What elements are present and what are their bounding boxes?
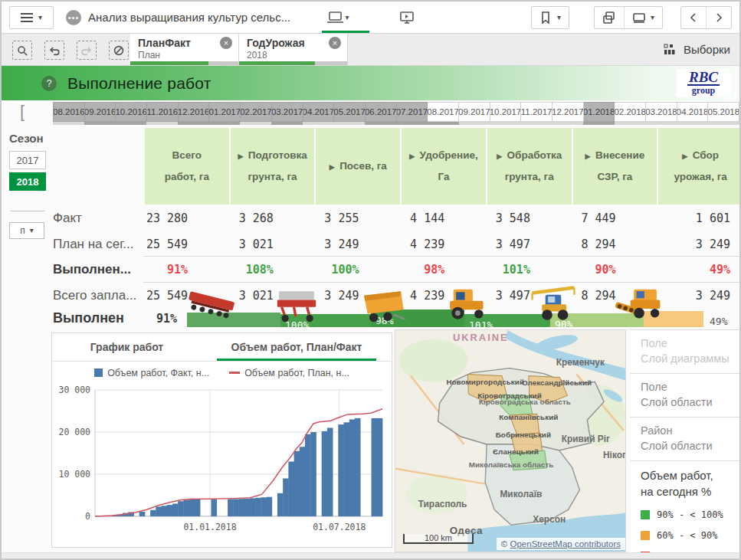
season-option-2018[interactable]: 2018 — [9, 172, 46, 191]
help-icon[interactable]: ? — [41, 76, 57, 91]
column-header[interactable]: ▶ Удобрение, Га — [400, 128, 486, 205]
column-header[interactable]: Всего работ, га — [143, 128, 229, 205]
month-filter-item[interactable]: 01.2018 — [584, 102, 615, 122]
svg-text:0: 0 — [85, 511, 90, 522]
table-cell: 108% — [229, 263, 315, 277]
cell-value: 3 021 — [239, 237, 274, 251]
row-label: Факт — [51, 211, 143, 226]
completion-bar-segment — [187, 313, 280, 327]
layer-name: Слой области — [641, 395, 739, 411]
bookmarks-button[interactable]: ▾ — [532, 7, 569, 28]
month-filter-item[interactable]: 12.2017 — [552, 102, 584, 122]
prev-sheet-button[interactable] — [681, 7, 706, 28]
selection-chip[interactable]: ПланФакт×План — [130, 34, 239, 65]
column-header[interactable]: ▶ Посев, га — [314, 128, 400, 205]
month-filter-item[interactable]: 03.2017 — [272, 102, 303, 122]
expand-arrow-icon[interactable]: ▶ — [682, 152, 689, 160]
attribution-link[interactable]: OpenStreetMap contributors — [510, 539, 621, 549]
month-filter-item[interactable]: 12.2016 — [179, 102, 210, 122]
month-filter-item[interactable]: 02.2017 — [241, 102, 272, 122]
month-filter-item[interactable]: 01.2017 — [209, 102, 241, 122]
table-row: Всего запла...25 5493 0213 2494 2393 497… — [51, 283, 741, 309]
global-menu-button[interactable]: ▾ — [9, 6, 54, 29]
column-header[interactable]: ▶ Сбор урожая, га — [657, 128, 741, 205]
chip-field-name: ГодУрожая — [247, 37, 305, 49]
row-label: Выполнен — [51, 310, 124, 326]
smart-search-button[interactable] — [12, 41, 32, 60]
remove-selection-icon[interactable]: × — [329, 37, 341, 49]
column-header[interactable]: ▶ Внесение СЗР, га — [572, 128, 657, 205]
expand-arrow-icon[interactable]: ▶ — [238, 152, 244, 160]
tab-work-schedule[interactable]: График работ — [52, 333, 202, 361]
selections-tool-button[interactable]: Выборки — [664, 34, 730, 65]
legend-fact-swatch — [94, 368, 103, 377]
month-filter-item[interactable]: 10.2016 — [116, 102, 147, 122]
legend-fact[interactable]: Объем работ, Факт, н... — [94, 368, 209, 378]
clear-circle-icon — [112, 44, 126, 57]
month-filter-item[interactable]: 02.2018 — [615, 102, 646, 122]
tab-plan-fact[interactable]: Объем работ, План/Факт — [202, 333, 392, 361]
month-filter-item[interactable]: 06.2017 — [366, 102, 397, 122]
month-filter-list: 08.201609.201610.201611.201612.201601.20… — [53, 102, 739, 122]
regions-map[interactable]: UKRAINEКременчукНовомиргородськийОлексан… — [395, 329, 626, 552]
step-forward-selection-button[interactable] — [77, 41, 97, 60]
chip-progress-track — [239, 61, 347, 65]
next-sheet-button[interactable] — [706, 7, 731, 28]
month-filter-item[interactable]: 08.2017 — [428, 102, 459, 122]
combo-chart-plot[interactable]: 010 00020 00030 00001.01.201801.07.2018 — [52, 382, 390, 545]
clear-selections-button[interactable] — [109, 41, 129, 60]
map-label: Кіровоградська область — [479, 398, 571, 406]
month-filter-item[interactable]: 10.2017 — [490, 102, 522, 122]
active-view-indicator — [322, 31, 369, 33]
duplicate-sheet-button[interactable] — [595, 7, 624, 28]
layer-item[interactable]: ПолеСлой области — [630, 374, 741, 418]
layer-name: Слой области — [641, 439, 739, 454]
expand-arrow-icon[interactable]: ▶ — [497, 152, 503, 160]
table-cell: 3 021 — [229, 289, 315, 303]
table-cell: 4 239 — [400, 237, 486, 251]
legend-plan[interactable]: Объем работ, План, н... — [229, 368, 349, 378]
remove-selection-icon[interactable]: × — [220, 37, 232, 49]
mini-filter-dropdown[interactable]: п ▾ — [9, 222, 44, 239]
legend-plan-label: Объем работ, План, н... — [244, 368, 349, 378]
expand-arrow-icon[interactable]: ▶ — [585, 152, 592, 160]
month-filter-item[interactable]: 08.2016 — [53, 102, 85, 122]
month-filter-item[interactable]: 07.2017 — [397, 102, 428, 122]
month-filter-item[interactable]: 05.2017 — [334, 102, 366, 122]
sheets-view-button[interactable]: ▾ — [320, 7, 356, 28]
step-back-selection-button[interactable] — [44, 41, 64, 60]
month-filter-item[interactable]: 09.2016 — [85, 102, 116, 122]
scrollbar-mark — [490, 122, 521, 125]
selection-chip[interactable]: ГодУрожая×2018 — [239, 34, 348, 65]
tab-label: Объем работ, План/Факт — [231, 341, 362, 353]
scrollbar-mark — [428, 122, 459, 125]
cell-value: 3 249 — [696, 237, 730, 251]
scrollbar-mark — [303, 122, 334, 125]
scrollbar-mark — [459, 122, 490, 125]
legend-fact-label: Объем работ, Факт, н... — [107, 368, 209, 378]
month-filter-item[interactable]: 05.2018 — [708, 102, 739, 122]
column-header[interactable]: ▶ Обработка грунта, га — [486, 128, 572, 205]
month-filter-item[interactable]: 11.2017 — [521, 102, 552, 122]
expand-arrow-icon[interactable]: ▶ — [330, 163, 336, 171]
storytelling-button[interactable] — [389, 7, 425, 28]
redo-arrow-icon — [80, 44, 93, 57]
cell-value: 3 548 — [496, 211, 530, 225]
row-label: Выполнен... — [51, 262, 143, 277]
expand-arrow-icon[interactable]: ▶ — [409, 152, 416, 160]
season-option-2017[interactable]: 2017 — [9, 151, 46, 169]
month-filter-item[interactable]: 03.2018 — [646, 102, 677, 122]
map-canvas: UKRAINEКременчукНовомиргородськийОлексан… — [395, 330, 625, 552]
month-filter-item[interactable]: 09.2017 — [459, 102, 490, 122]
chip-field-name: ПланФакт — [138, 37, 191, 49]
month-filter-item[interactable]: 11.2016 — [147, 102, 179, 122]
timeline-scrollbar[interactable] — [53, 122, 739, 125]
month-filter-item[interactable]: 04.2018 — [677, 102, 709, 122]
cell-value: 3 249 — [324, 237, 359, 251]
mini-filter-value: п — [20, 225, 25, 236]
sheet-list-button[interactable]: ▾ — [624, 7, 662, 28]
month-filter-item[interactable]: 04.2017 — [303, 102, 335, 122]
layer-item[interactable]: РайонСлой области — [630, 418, 741, 461]
column-header[interactable]: ▶ Подготовка грунта, га — [229, 128, 315, 205]
app-info[interactable]: ••• Анализ выращивания культур сельс... — [66, 2, 290, 33]
